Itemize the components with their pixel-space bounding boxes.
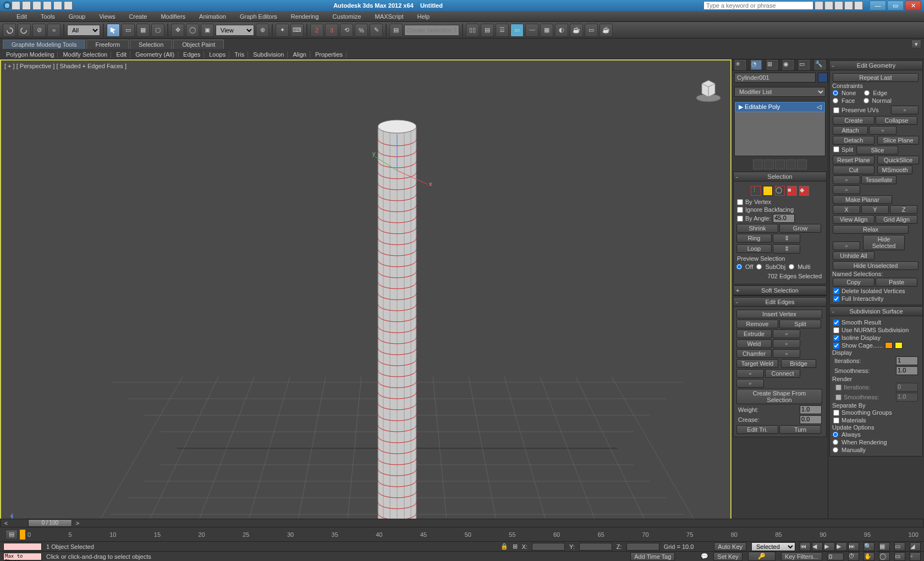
selection-filter[interactable]: All	[67, 25, 100, 36]
view-align-button[interactable]: View Align	[833, 215, 875, 224]
menu-edit[interactable]: Edit	[16, 13, 27, 20]
preserve-uvs-check[interactable]	[833, 107, 839, 113]
chamfer-button[interactable]: Chamfer	[736, 349, 772, 358]
preview-off-radio[interactable]	[736, 264, 742, 270]
weight-spinner[interactable]: 1.0	[800, 405, 822, 414]
menu-animation[interactable]: Animation	[199, 13, 226, 20]
menu-maxscript[interactable]: MAXScript	[375, 13, 404, 20]
nav-maxview-icon[interactable]: ▭	[894, 552, 905, 561]
select-button[interactable]	[107, 24, 120, 37]
nurms-check[interactable]	[833, 327, 839, 333]
smooth-result-check[interactable]	[833, 320, 839, 326]
edit-geometry-header[interactable]: -Edit Geometry	[830, 61, 922, 70]
link-icon[interactable]	[64, 1, 73, 10]
menu-customize[interactable]: Customize	[333, 13, 361, 20]
sep-smoothing-check[interactable]	[833, 410, 839, 416]
modifier-editable-poly[interactable]: ▶ Editable Poly◁	[735, 102, 825, 112]
prev-frame-icon[interactable]: ◀	[812, 542, 823, 551]
tessellate-button[interactable]: Tessellate	[861, 175, 897, 184]
lock-icon[interactable]: 🔒	[501, 543, 508, 550]
create-tab[interactable]: ✳	[735, 60, 746, 70]
shrink-button[interactable]: Shrink	[736, 224, 778, 233]
slice-split-check[interactable]	[833, 146, 839, 152]
next-frame-icon[interactable]: ▶	[836, 542, 847, 551]
constraint-face[interactable]	[833, 98, 838, 103]
grid-align-button[interactable]: Grid Align	[876, 215, 917, 224]
y-coord-input[interactable]	[579, 543, 612, 551]
make-unique-icon[interactable]	[775, 160, 785, 169]
exchange-icon[interactable]	[834, 1, 843, 10]
object-name-input[interactable]	[734, 73, 816, 82]
app-icon[interactable]	[3, 1, 12, 10]
make-planar-button[interactable]: Make Planar	[833, 195, 892, 204]
ribbon-properties[interactable]: Properties	[312, 51, 346, 58]
nav-minview-icon[interactable]: ▫	[910, 552, 921, 561]
update-always-radio[interactable]	[833, 432, 838, 437]
current-frame-input[interactable]	[827, 553, 844, 560]
comm-center-icon[interactable]: 💬	[701, 553, 708, 560]
material-editor-button[interactable]: ◐	[555, 24, 568, 37]
object-color-swatch[interactable]	[818, 73, 828, 82]
ribbon-edit[interactable]: Edit	[113, 51, 130, 58]
display-iter-spinner[interactable]: 1	[896, 356, 918, 365]
ring-button[interactable]: Ring	[736, 234, 772, 243]
ribbon-polymodeling[interactable]: Polygon Modeling	[3, 51, 58, 58]
ribbon-loops[interactable]: Loops	[206, 51, 229, 58]
setkey-button[interactable]: Set Key	[713, 552, 743, 561]
menu-grapheditors[interactable]: Graph Editors	[240, 13, 277, 20]
attach-button[interactable]: Attach	[833, 126, 868, 135]
move-button[interactable]: ✥	[171, 24, 184, 37]
add-time-tag-button[interactable]: Add Time Tag	[630, 552, 675, 561]
help-search-input[interactable]	[703, 1, 813, 10]
spinner-snap-button[interactable]: ✎	[370, 24, 383, 37]
isoline-check[interactable]	[833, 335, 839, 341]
collapse-button[interactable]: Collapse	[876, 116, 917, 125]
render-iter-spinner[interactable]: 0	[896, 383, 918, 392]
split-button[interactable]: Split	[779, 320, 821, 328]
update-manual-radio[interactable]	[833, 447, 838, 453]
hierarchy-tab[interactable]: ⊞	[767, 60, 778, 70]
ribbon-selection[interactable]: Selection	[130, 40, 172, 49]
constraint-edge[interactable]	[864, 90, 870, 96]
curve-editor-button[interactable]: 〰	[525, 24, 538, 37]
goto-start-icon[interactable]: ⏮	[800, 542, 811, 551]
scale-button[interactable]: ▣	[201, 24, 214, 37]
menu-tools[interactable]: Tools	[41, 13, 55, 20]
modify-tab[interactable]: ◔	[751, 60, 762, 70]
star-icon[interactable]	[844, 1, 853, 10]
snap2d-button[interactable]: 2	[310, 24, 323, 37]
update-render-radio[interactable]	[833, 439, 838, 445]
crease-spinner[interactable]: 0.0	[800, 415, 822, 424]
percentsnap-button[interactable]: %	[355, 24, 368, 37]
manipulate-button[interactable]: ✦	[276, 24, 289, 37]
vertex-subobj[interactable]: ⋮	[751, 186, 761, 196]
modifier-list-select[interactable]: Modifier List	[734, 87, 826, 97]
new-icon[interactable]	[12, 1, 20, 10]
bridge-button[interactable]: Bridge	[781, 359, 816, 368]
goto-end-icon[interactable]: ⏭	[848, 542, 859, 551]
render-smooth-check[interactable]	[835, 394, 842, 400]
schematic-button[interactable]: ▦	[540, 24, 553, 37]
polygon-subobj[interactable]: ■	[787, 186, 797, 196]
turn-button[interactable]: Turn	[779, 425, 821, 434]
cut-button[interactable]: Cut	[833, 166, 875, 174]
modifier-stack[interactable]: ▶ Editable Poly◁	[734, 101, 826, 156]
ribbon-freeform[interactable]: Freeform	[86, 40, 129, 49]
menu-rendering[interactable]: Rendering	[291, 13, 319, 20]
border-subobj[interactable]: ◯	[775, 186, 785, 196]
nav-zoomall-icon[interactable]: ▦	[879, 542, 890, 551]
binoculars-icon[interactable]	[815, 1, 823, 10]
ribbon-expand-icon[interactable]: ▾	[911, 40, 921, 48]
extrude-button[interactable]: Extrude	[736, 329, 772, 338]
play-icon[interactable]: ▶	[824, 542, 835, 551]
utilities-tab[interactable]: 🔧	[815, 60, 826, 70]
menu-modifiers[interactable]: Modifiers	[161, 13, 185, 20]
nav-orbit-icon[interactable]: ◯	[879, 552, 890, 561]
render-iter-check[interactable]	[835, 384, 842, 391]
key-icon[interactable]: 🔑	[748, 552, 776, 561]
detach-button[interactable]: Detach	[833, 136, 875, 145]
nav-zoom-icon[interactable]: 🔍	[864, 542, 875, 551]
ribbon-geometry[interactable]: Geometry (All)	[132, 51, 178, 58]
quickslice-button[interactable]: QuickSlice	[877, 156, 919, 164]
loop-button[interactable]: Loop	[736, 244, 772, 253]
